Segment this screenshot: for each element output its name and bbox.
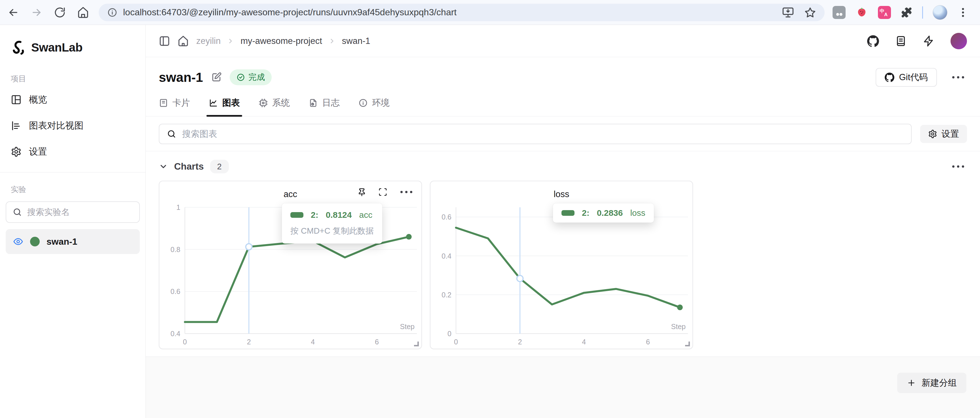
extension-translate-icon[interactable]: 中A xyxy=(878,6,891,19)
run-tabs: 卡片 图表 系统 日志 环境 xyxy=(146,97,980,116)
charts-group-title[interactable]: Charts xyxy=(174,161,204,172)
tab-environment[interactable]: 环境 xyxy=(358,97,390,116)
line-chart-icon xyxy=(209,98,218,108)
svg-text:1: 1 xyxy=(177,203,180,211)
tooltip-series-name: acc xyxy=(359,210,372,220)
log-file-icon xyxy=(309,98,318,108)
cpu-icon xyxy=(259,98,268,108)
info-circle-icon xyxy=(358,98,368,108)
toolbar-separator xyxy=(922,6,923,19)
svg-text:4: 4 xyxy=(311,338,315,346)
charts-group-menu-icon[interactable] xyxy=(950,163,967,171)
extension-strawberry-icon[interactable] xyxy=(855,6,868,19)
browser-reload-icon[interactable] xyxy=(54,6,66,18)
tab-system[interactable]: 系统 xyxy=(259,97,290,116)
tab-label: 系统 xyxy=(272,97,290,109)
browser-back-icon[interactable] xyxy=(7,6,19,18)
svg-text:0.8: 0.8 xyxy=(170,245,180,253)
breadcrumb-project[interactable]: my-awesome-project xyxy=(240,36,322,46)
tooltip-copy-hint: 按 CMD+C 复制此数据 xyxy=(290,225,374,237)
extension-generic-icon[interactable] xyxy=(832,6,846,19)
svg-text:4: 4 xyxy=(582,338,586,346)
github-icon xyxy=(885,73,894,82)
tab-cards[interactable]: 卡片 xyxy=(159,97,190,116)
sidebar-item-overview[interactable]: 概览 xyxy=(6,87,140,113)
tab-label: 日志 xyxy=(322,97,340,109)
new-group-button[interactable]: 新建分组 xyxy=(897,373,966,393)
svg-text:0.6: 0.6 xyxy=(442,213,452,221)
tab-charts[interactable]: 图表 xyxy=(209,97,240,116)
run-title-row: swan-1 完成 Git代码 xyxy=(146,57,980,87)
experiment-color-dot xyxy=(30,237,40,246)
edit-pencil-icon[interactable] xyxy=(211,72,222,83)
charts-section: Charts 2 acc 0.40.60.810246Step xyxy=(146,151,980,356)
swanlab-logo-icon xyxy=(10,40,26,55)
extensions-puzzle-icon[interactable] xyxy=(900,6,913,18)
app-logo[interactable]: SwanLab xyxy=(6,33,140,62)
user-avatar[interactable] xyxy=(950,33,967,49)
svg-text:2: 2 xyxy=(247,338,251,346)
tab-logs[interactable]: 日志 xyxy=(309,97,340,116)
address-bar[interactable]: localhost:64703/@zeyilin/my-awesome-proj… xyxy=(99,4,825,21)
tooltip-step: 2: xyxy=(311,210,318,220)
plus-icon xyxy=(907,378,916,388)
search-icon xyxy=(167,129,177,139)
svg-text:A: A xyxy=(884,12,888,17)
card-resize-handle[interactable] xyxy=(414,342,419,346)
experiment-search xyxy=(6,201,140,223)
chart-menu-icon[interactable] xyxy=(399,187,414,196)
chart-card-loss[interactable]: loss 00.20.40.60246Step 2: 0.2836 loss xyxy=(430,180,693,349)
status-text: 完成 xyxy=(248,72,265,83)
git-code-button[interactable]: Git代码 xyxy=(876,68,937,87)
pin-icon[interactable] xyxy=(357,187,366,196)
check-circle-icon xyxy=(237,73,245,82)
charts-count-badge: 2 xyxy=(210,160,229,173)
fullscreen-icon[interactable] xyxy=(378,187,387,196)
sidebar-divider xyxy=(0,172,145,173)
svg-text:0.4: 0.4 xyxy=(442,252,452,260)
chart-search-input[interactable] xyxy=(182,129,904,139)
settings-label: 设置 xyxy=(942,128,959,140)
tooltip-value: 0.8124 xyxy=(326,210,352,220)
card-icon xyxy=(159,98,168,108)
browser-menu-kebab-icon[interactable] xyxy=(957,6,969,18)
docs-book-icon[interactable] xyxy=(895,35,907,47)
sidebar-item-label: 设置 xyxy=(29,146,47,158)
breadcrumb: zeyilin my-awesome-project swan-1 xyxy=(196,36,370,46)
svg-text:0: 0 xyxy=(183,338,187,346)
breadcrumb-user[interactable]: zeyilin xyxy=(196,36,221,46)
site-info-icon[interactable] xyxy=(107,7,118,17)
lightning-icon[interactable] xyxy=(923,35,935,47)
svg-text:6: 6 xyxy=(375,338,379,346)
browser-toolbar: localhost:64703/@zeyilin/my-awesome-proj… xyxy=(0,0,980,25)
sidebar-toggle-icon[interactable] xyxy=(159,35,170,47)
charts-group-header: Charts 2 xyxy=(159,160,967,173)
card-resize-handle[interactable] xyxy=(685,342,690,346)
chart-card-acc[interactable]: acc 0.40.60.810246Step 2: 0.8124 acc 按 C… xyxy=(159,180,422,349)
browser-forward-icon[interactable] xyxy=(30,6,43,18)
visibility-eye-icon[interactable] xyxy=(13,236,23,247)
chart-toolbar: 设置 xyxy=(146,116,980,151)
breadcrumb-run[interactable]: swan-1 xyxy=(342,36,370,46)
github-icon[interactable] xyxy=(867,35,879,47)
tooltip-series-name: loss xyxy=(630,208,645,218)
chevron-down-icon[interactable] xyxy=(159,162,168,171)
home-icon[interactable] xyxy=(178,35,189,47)
sidebar-item-settings[interactable]: 设置 xyxy=(6,139,140,165)
install-app-icon[interactable] xyxy=(782,6,794,18)
browser-profile-avatar[interactable] xyxy=(933,5,947,20)
browser-home-icon[interactable] xyxy=(77,6,89,18)
svg-text:0.4: 0.4 xyxy=(170,329,180,337)
experiment-list-item[interactable]: swan-1 xyxy=(6,229,140,254)
tab-label: 环境 xyxy=(372,97,390,109)
bookmark-star-icon[interactable] xyxy=(804,6,816,18)
tab-label: 卡片 xyxy=(172,97,190,109)
chart-settings-button[interactable]: 设置 xyxy=(920,125,967,143)
run-more-menu-icon[interactable] xyxy=(950,73,967,81)
sidebar-item-chart-compare[interactable]: 图表对比视图 xyxy=(6,113,140,139)
tooltip-step: 2: xyxy=(582,208,590,218)
overview-grid-icon xyxy=(11,94,22,105)
experiment-search-input[interactable] xyxy=(27,207,133,217)
gear-icon xyxy=(928,130,937,138)
chart-tooltip: 2: 0.8124 acc 按 CMD+C 复制此数据 xyxy=(282,203,382,244)
